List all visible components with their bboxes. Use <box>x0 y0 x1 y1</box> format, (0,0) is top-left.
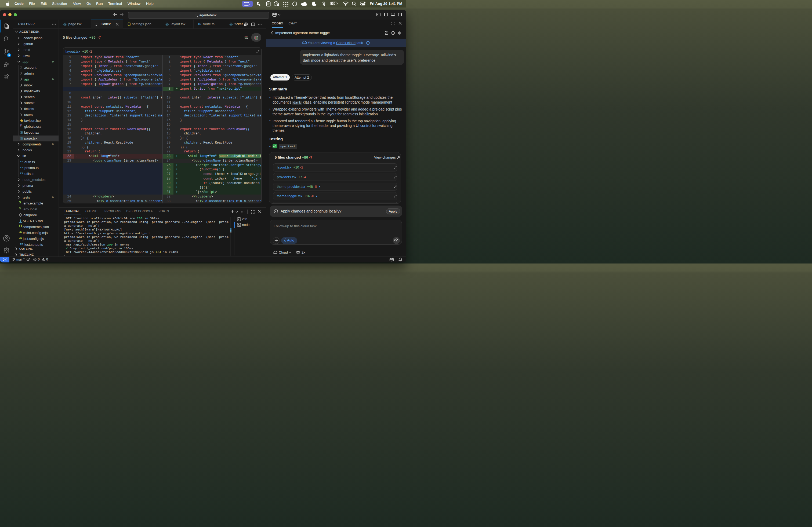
svg-text:1: 1 <box>392 32 394 34</box>
